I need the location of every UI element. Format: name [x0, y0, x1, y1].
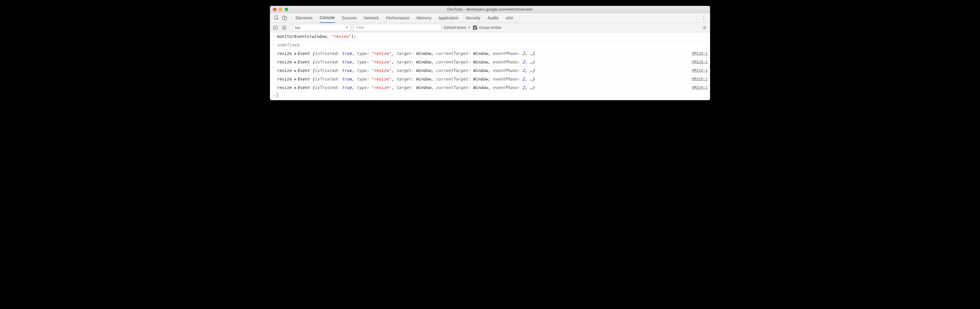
console-prompt[interactable]: › [270, 92, 710, 100]
window-title: DevTools - developers.google.com/web/sho… [270, 7, 710, 11]
output-caret-icon: ‹ [271, 42, 277, 48]
event-log-list: resize ▶Event {isTrusted: true, type: "r… [270, 50, 710, 92]
prompt-caret-icon: › [271, 93, 277, 98]
event-class[interactable]: Event [297, 59, 312, 64]
source-link[interactable]: VM310:1 [692, 76, 708, 82]
event-name: resize [277, 77, 292, 82]
console-log-row: resize ▶Event {isTrusted: true, type: "r… [270, 75, 710, 83]
tab-application[interactable]: Application [438, 13, 458, 23]
expand-object-icon[interactable]: ▶ [294, 59, 297, 64]
console-body: › monitorEvents(window, "resize"); ‹ und… [270, 32, 710, 100]
event-class[interactable]: Event [297, 68, 312, 73]
event-name: resize [277, 85, 292, 90]
group-similar-label: Group similar [479, 25, 501, 30]
log-content: resize ▶Event {isTrusted: true, type: "r… [277, 84, 689, 91]
expand-object-icon[interactable]: ▶ [294, 85, 297, 90]
console-log-row: resize ▶Event {isTrusted: true, type: "r… [270, 50, 710, 58]
event-name: resize [277, 51, 292, 56]
console-input-echo: › monitorEvents(window, "resize"); [270, 32, 710, 41]
console-log-row: resize ▶Event {isTrusted: true, type: "r… [270, 58, 710, 66]
panel-tabs: Elements Console Sources Network Perform… [296, 13, 513, 23]
device-toolbar-icon[interactable] [280, 14, 289, 22]
tab-elements[interactable]: Elements [296, 13, 312, 23]
context-value: top [295, 25, 300, 30]
more-options-icon[interactable]: ⋮ [700, 15, 708, 21]
titlebar: DevTools - developers.google.com/web/sho… [270, 6, 710, 13]
console-result: ‹ undefined [270, 41, 710, 50]
source-link[interactable]: VM310:1 [692, 59, 708, 65]
tab-memory[interactable]: Memory [417, 13, 432, 23]
event-class[interactable]: Event [297, 77, 312, 82]
log-content: resize ▶Event {isTrusted: true, type: "r… [277, 50, 689, 57]
toggle-sidebar-icon[interactable] [272, 24, 279, 31]
input-caret-icon: › [271, 33, 277, 40]
console-log-row: resize ▶Event {isTrusted: true, type: "r… [270, 66, 710, 75]
separator [291, 15, 291, 21]
console-log-row: resize ▶Event {isTrusted: true, type: "r… [270, 83, 710, 92]
chevron-down-icon: ▼ [345, 26, 348, 29]
tab-sources[interactable]: Sources [342, 13, 357, 23]
log-content: resize ▶Event {isTrusted: true, type: "r… [277, 67, 689, 74]
tab-axe[interactable]: aXe [506, 13, 513, 23]
event-name: resize [277, 59, 292, 64]
source-link[interactable]: VM310:1 [692, 84, 708, 91]
group-similar-checkbox[interactable] [473, 26, 477, 30]
tab-console[interactable]: Console [320, 13, 334, 23]
text-cursor [277, 93, 277, 98]
console-toolbar: top ▼ Default levels ▼ Group similar [270, 23, 710, 32]
log-content: resize ▶Event {isTrusted: true, type: "r… [277, 59, 689, 65]
expand-object-icon[interactable]: ▶ [294, 51, 297, 56]
panel-tabbar: Elements Console Sources Network Perform… [270, 13, 710, 23]
input-code: monitorEvents(window, "resize"); [277, 33, 708, 40]
group-similar-toggle[interactable]: Group similar [473, 25, 501, 30]
tab-audits[interactable]: Audits [487, 13, 499, 23]
separator [697, 15, 697, 21]
svg-point-6 [704, 27, 705, 28]
levels-label: Default levels [444, 25, 466, 30]
log-levels-select[interactable]: Default levels ▼ [444, 25, 471, 30]
execution-context-select[interactable]: top ▼ [292, 24, 351, 31]
log-content: resize ▶Event {isTrusted: true, type: "r… [277, 76, 689, 82]
event-class[interactable]: Event [297, 85, 312, 90]
devtools-window: DevTools - developers.google.com/web/sho… [270, 6, 710, 100]
chevron-down-icon: ▼ [468, 26, 471, 29]
expand-object-icon[interactable]: ▶ [294, 77, 297, 82]
source-link[interactable]: VM310:1 [692, 67, 708, 74]
event-class[interactable]: Event [297, 51, 312, 56]
event-name: resize [277, 68, 292, 73]
tab-performance[interactable]: Performance [386, 13, 409, 23]
clear-console-icon[interactable] [281, 24, 288, 31]
arg-resize: "resize" [331, 34, 351, 39]
svg-line-5 [283, 26, 285, 29]
expand-object-icon[interactable]: ▶ [294, 68, 297, 73]
fn-name: monitorEvents [277, 34, 309, 39]
inspect-element-icon[interactable] [272, 14, 280, 22]
arg-window: window [312, 34, 326, 39]
tab-security[interactable]: Security [466, 13, 480, 23]
tab-network[interactable]: Network [364, 13, 379, 23]
filter-input[interactable] [353, 24, 441, 31]
result-value: undefined [277, 43, 299, 47]
svg-rect-2 [285, 17, 287, 20]
console-settings-icon[interactable] [701, 24, 708, 31]
source-link[interactable]: VM310:1 [692, 50, 708, 57]
